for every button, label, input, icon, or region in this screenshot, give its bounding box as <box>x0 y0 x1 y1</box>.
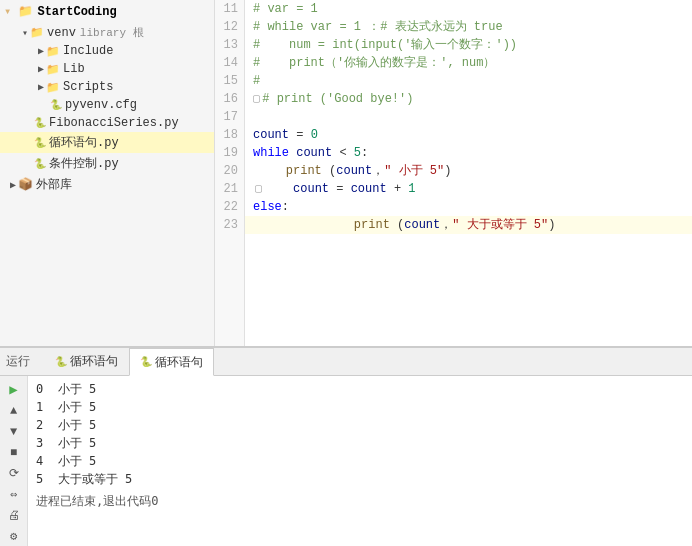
bottom-left-toolbar: ▶ ▲ ▼ ■ ⟳ ⇔ 🖨 ⚙ <box>0 376 28 546</box>
code-line-20: print (count，" 小于 5") <box>245 162 692 180</box>
run-label: 运行 <box>0 349 36 374</box>
down-button[interactable]: ▼ <box>3 422 25 441</box>
scripts-label: Scripts <box>63 80 113 94</box>
sidebar-root: ▾ 📁 StartCoding <box>0 0 214 23</box>
condition-icon: 🐍 <box>34 158 46 170</box>
tab2-icon: 🐍 <box>140 356 152 368</box>
external-label: 外部库 <box>36 176 72 193</box>
sidebar-item-include[interactable]: ▶ 📁 Include <box>0 42 214 60</box>
output-content: 0 小于 5 1 小于 5 2 小于 5 3 小于 5 4 小于 5 5 大于或… <box>28 376 692 546</box>
settings-button[interactable]: ⚙ <box>3 527 25 546</box>
cfg-icon: 🐍 <box>50 99 62 111</box>
sidebar-item-venv[interactable]: ▾ 📁 venv library 根 <box>0 23 214 42</box>
output-status: 进程已结束,退出代码0 <box>36 492 684 510</box>
sidebar-item-scripts[interactable]: ▶ 📁 Scripts <box>0 78 214 96</box>
fibonacci-label: FibonacciSeries.py <box>49 116 179 130</box>
code-line-16: ▢# print ('Good bye!') <box>245 90 692 108</box>
editor-area: 11 12 13 14 15 16 17 18 19 20 21 22 23 #… <box>215 0 692 346</box>
output-line-3: 3 小于 5 <box>36 434 684 452</box>
sidebar: ▾ 📁 StartCoding ▾ 📁 venv library 根 ▶ 📁 I… <box>0 0 215 346</box>
venv-label: venv <box>47 26 76 40</box>
run-button[interactable]: ▶ <box>3 380 25 399</box>
external-icon: 📦 <box>18 177 33 192</box>
lib-folder-icon: 📁 <box>46 63 60 76</box>
code-line-17 <box>245 108 692 126</box>
sidebar-item-condition[interactable]: 🐍 条件控制.py <box>0 153 214 174</box>
sidebar-item-pyvenv[interactable]: 🐍 pyvenv.cfg <box>0 96 214 114</box>
print-button[interactable]: 🖨 <box>3 506 25 525</box>
include-arrow: ▶ <box>38 45 44 57</box>
code-line-18: count = 0 <box>245 126 692 144</box>
reload-button[interactable]: ⟳ <box>3 464 25 483</box>
code-line-21: ▢ count = count + 1 <box>245 180 692 198</box>
output-line-2: 2 小于 5 <box>36 416 684 434</box>
output-line-5: 5 大于或等于 5 <box>36 470 684 488</box>
pyvenv-label: pyvenv.cfg <box>65 98 137 112</box>
bottom-main: ▶ ▲ ▼ ■ ⟳ ⇔ 🖨 ⚙ 0 小于 5 1 小于 5 2 小于 5 3 小… <box>0 376 692 546</box>
up-button[interactable]: ▲ <box>3 401 25 420</box>
condition-label: 条件控制.py <box>49 155 119 172</box>
code-line-19: while count < 5: <box>245 144 692 162</box>
output-line-0: 0 小于 5 <box>36 380 684 398</box>
include-label: Include <box>63 44 113 58</box>
tab1-icon: 🐍 <box>55 356 67 368</box>
code-line-13: # num = int(input('输入一个数字：')) <box>245 36 692 54</box>
tab-loop-2[interactable]: 🐍 循环语句 <box>129 348 214 376</box>
line-numbers: 11 12 13 14 15 16 17 18 19 20 21 22 23 <box>215 0 245 346</box>
venv-sublabel: library 根 <box>80 25 144 40</box>
lib-label: Lib <box>63 62 85 76</box>
sidebar-item-loop[interactable]: 🐍 循环语句.py <box>0 132 214 153</box>
output-line-4: 4 小于 5 <box>36 452 684 470</box>
sidebar-item-external[interactable]: ▶ 📦 外部库 <box>0 174 214 195</box>
sidebar-item-fibonacci[interactable]: 🐍 FibonacciSeries.py <box>0 114 214 132</box>
output-line-1: 1 小于 5 <box>36 398 684 416</box>
code-line-23: print (count，" 大于或等于 5") <box>245 216 692 234</box>
code-line-11: # var = 1 <box>245 0 692 18</box>
sidebar-item-lib[interactable]: ▶ 📁 Lib <box>0 60 214 78</box>
scripts-folder-icon: 📁 <box>46 81 60 94</box>
editor-content[interactable]: 11 12 13 14 15 16 17 18 19 20 21 22 23 #… <box>215 0 692 346</box>
root-label: StartCoding <box>37 5 116 19</box>
venv-folder-icon: 📁 <box>30 26 44 39</box>
fibonacci-icon: 🐍 <box>34 117 46 129</box>
code-line-14: # print（'你输入的数字是：', num） <box>245 54 692 72</box>
folder-icon: ▾ 📁 <box>4 4 33 19</box>
wrap-button[interactable]: ⇔ <box>3 485 25 504</box>
scripts-arrow: ▶ <box>38 81 44 93</box>
include-folder-icon: 📁 <box>46 45 60 58</box>
loop-icon: 🐍 <box>34 137 46 149</box>
lib-arrow: ▶ <box>38 63 44 75</box>
venv-arrow: ▾ <box>22 27 28 39</box>
tab1-label: 循环语句 <box>70 353 118 370</box>
bottom-tab-bar: 运行 🐍 循环语句 🐍 循环语句 <box>0 348 692 376</box>
code-line-15: # <box>245 72 692 90</box>
tab-loop-1[interactable]: 🐍 循环语句 <box>44 348 129 376</box>
bottom-panel: 运行 🐍 循环语句 🐍 循环语句 ▶ ▲ ▼ ■ ⟳ ⇔ 🖨 ⚙ 0 小于 5 … <box>0 346 692 546</box>
external-arrow: ▶ <box>10 179 16 191</box>
stop-button[interactable]: ■ <box>3 443 25 462</box>
loop-label: 循环语句.py <box>49 134 119 151</box>
code-lines[interactable]: # var = 1 # while var = 1 ：# 表达式永远为 true… <box>245 0 692 346</box>
code-line-12: # while var = 1 ：# 表达式永远为 true <box>245 18 692 36</box>
tab2-label: 循环语句 <box>155 354 203 371</box>
